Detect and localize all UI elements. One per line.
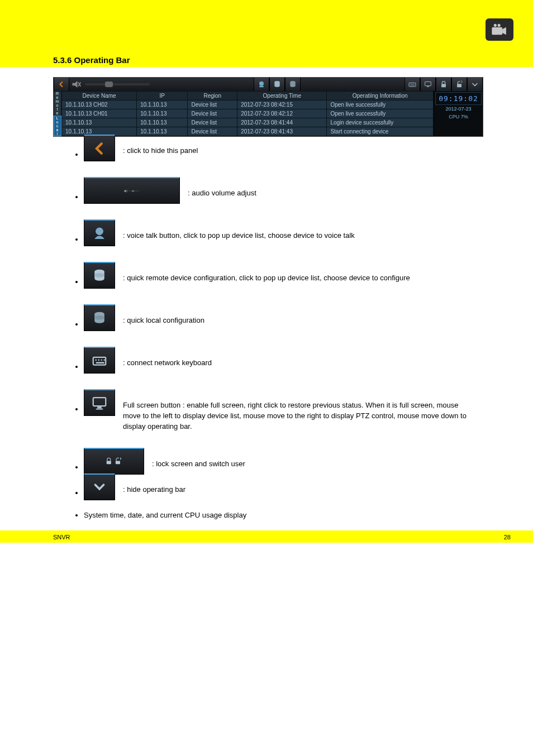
svg-point-11 [274, 85, 279, 87]
feature-text: : quick remote device configuration, cli… [123, 273, 469, 284]
clock-display: 09:19:02 [435, 92, 482, 105]
feature-text: Full screen button : enable full screen,… [123, 400, 469, 432]
tab-remote[interactable]: Remote [54, 91, 61, 116]
svg-marker-22 [124, 189, 126, 192]
feature-item: : connect network keyboard [84, 358, 533, 374]
lock-icon[interactable] [436, 78, 451, 91]
feature-item: : voice talk button, click to pop up dev… [84, 231, 533, 246]
svg-rect-8 [259, 86, 264, 88]
keyboard-icon [84, 347, 115, 374]
feature-text: : lock screen and switch user [152, 459, 498, 470]
back-icon[interactable] [54, 78, 69, 91]
svg-rect-39 [97, 406, 102, 408]
table-row: 10.1.10.13 CH0210.1.10.13Device list2012… [62, 101, 434, 109]
operating-bar-screenshot: Remote Local Device Name IP Region Opera… [0, 67, 533, 140]
feature-item: Full screen button : enable full screen,… [84, 400, 533, 432]
feature-item: : hide operating bar [84, 485, 533, 500]
svg-point-33 [96, 359, 97, 361]
voice-talk-icon [84, 219, 115, 246]
section-heading: 5.3.6 Operating Bar [0, 53, 533, 67]
svg-point-43 [93, 481, 106, 494]
col-ip: IP [137, 92, 188, 101]
svg-rect-41 [107, 461, 111, 464]
svg-rect-37 [96, 362, 104, 363]
svg-rect-21 [457, 84, 461, 87]
svg-rect-20 [441, 84, 446, 87]
svg-point-35 [101, 359, 103, 361]
table-row: 10.1.10.1310.1.10.13Device list2012-07-2… [62, 127, 434, 136]
app-camera-icon [486, 18, 513, 41]
collapse-icon[interactable] [467, 78, 483, 91]
db-local-icon [84, 304, 115, 331]
feature-item: : lock screen and switch user [84, 459, 533, 475]
collapse-icon [84, 473, 115, 500]
svg-marker-1 [502, 27, 506, 35]
feature-item: : click to hide this panel [84, 146, 533, 161]
lock-switch-icon [84, 448, 144, 475]
col-device-name: Device Name [62, 92, 137, 101]
svg-point-7 [259, 82, 264, 86]
svg-point-27 [96, 227, 103, 235]
cpu-usage: CPU 7% [434, 112, 483, 119]
monitor-icon[interactable] [420, 78, 436, 91]
svg-marker-4 [73, 81, 78, 88]
db-remote-icon [84, 262, 115, 289]
svg-rect-32 [93, 357, 106, 365]
svg-rect-38 [93, 398, 106, 406]
svg-point-14 [290, 85, 295, 87]
svg-point-29 [94, 273, 104, 277]
svg-rect-18 [425, 82, 431, 85]
feature-item: : quick local configuration [84, 315, 533, 331]
footer-left: SNVR [53, 534, 70, 540]
svg-point-31 [94, 315, 104, 320]
svg-rect-26 [132, 190, 134, 191]
switch-user-icon[interactable] [451, 78, 467, 91]
svg-rect-0 [492, 27, 502, 35]
feature-item: : quick remote device configuration, cli… [84, 273, 533, 289]
feature-item: : audio volume adjust [84, 188, 533, 204]
db-local-icon[interactable] [285, 78, 301, 91]
keyboard-icon[interactable] [404, 78, 420, 91]
feature-text: : voice talk button, click to pop up dev… [123, 231, 469, 241]
col-operating-time: Operating Time [237, 92, 327, 101]
feature-text: System time, date, and current CPU usage… [84, 510, 430, 521]
svg-point-2 [494, 23, 497, 26]
voice-talk-icon[interactable] [254, 78, 269, 91]
monitor-icon [84, 389, 115, 416]
table-row: 10.1.10.1310.1.10.13Device list2012-07-2… [62, 118, 434, 127]
feature-text: : quick local configuration [123, 315, 469, 326]
svg-point-34 [98, 359, 100, 361]
col-operating-info: Operatiing Information [327, 92, 434, 101]
svg-rect-15 [409, 83, 416, 87]
event-log-table: Device Name IP Region Operating Time Ope… [61, 91, 434, 136]
footer-page-number: 28 [504, 534, 511, 540]
volume-slider[interactable] [72, 79, 150, 90]
feature-text: : click to hide this panel [123, 146, 469, 156]
back-icon [84, 135, 115, 161]
svg-point-3 [498, 23, 501, 26]
tab-local[interactable]: Local [54, 116, 61, 136]
feature-text: : connect network keyboard [123, 358, 469, 369]
table-row: 10.1.10.13 CH0110.1.10.13Device list2012… [62, 109, 434, 118]
svg-rect-19 [427, 86, 429, 87]
feature-text: : audio volume adjust [188, 188, 533, 199]
db-remote-icon[interactable] [269, 78, 285, 91]
svg-rect-42 [116, 461, 120, 464]
col-region: Region [188, 92, 237, 101]
date-display: 2012-07-23 [434, 106, 483, 112]
feature-item: System time, date, and current CPU usage… [84, 510, 533, 521]
volume-slider [84, 177, 180, 204]
feature-text: : hide operating bar [123, 485, 469, 495]
svg-point-36 [104, 359, 106, 361]
